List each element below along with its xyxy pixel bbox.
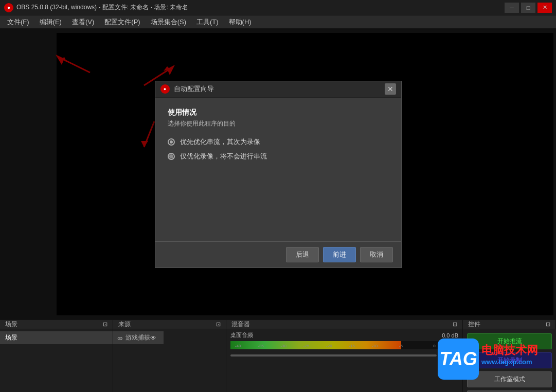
radio-stream-label: 优先优化串流，其次为录像: [180, 137, 260, 147]
tag-watermark: TAG 电脑技术网 www.tagxp.com: [438, 338, 556, 380]
mixer-header-icon[interactable]: ⊡: [453, 321, 457, 328]
menu-edit[interactable]: 编辑(E): [34, 16, 67, 28]
scene-item[interactable]: 场景: [0, 331, 113, 344]
next-button[interactable]: 前进: [323, 247, 356, 262]
mixer-channel-label: 桌面音频 0.0 dB: [230, 331, 458, 339]
dialog-body: 使用情况 选择你使用此程序的目的 优先优化串流，其次为录像 仅优化录像，将不会进…: [155, 98, 401, 241]
sources-list: ∞ 游戏捕获 👁: [113, 329, 164, 392]
menu-tools[interactable]: 工具(T): [191, 16, 224, 28]
svg-text:-10: -10: [372, 344, 378, 348]
volume-controls: 🔊 ⚙: [230, 351, 458, 360]
scenes-list: 场景: [0, 329, 113, 392]
maximize-button[interactable]: □: [521, 3, 535, 13]
dialog-overlay: ● 自动配置向导 ✕ 使用情况 选择你使用此程序的目的 优先优化串流，其次为录像: [0, 29, 556, 319]
controls-header-icon[interactable]: ⊡: [546, 321, 550, 328]
source-item[interactable]: ∞ 游戏捕获 👁: [113, 331, 164, 344]
radio-option-stream[interactable]: 优先优化串流，其次为录像: [168, 137, 389, 147]
minimize-button[interactable]: ─: [505, 3, 519, 13]
dialog-spacer: [168, 166, 389, 233]
mixer-content: 桌面音频 0.0 dB -40 -35 -30 -25 -20 -15 -10 …: [226, 329, 462, 392]
titlebar: ● OBS 25.0.8 (32-bit, windows) - 配置文件: 未…: [0, 0, 556, 15]
sources-panel-header: 来源 ⊡: [113, 320, 226, 329]
dialog-title: 自动配置向导: [174, 84, 385, 94]
sources-header-label: 来源: [118, 320, 131, 329]
tag-text-area: 电脑技术网 www.tagxp.com: [481, 343, 538, 366]
controls-panel-header: 控件 ⊡: [463, 320, 556, 329]
dialog-close-button[interactable]: ✕: [385, 83, 396, 95]
svg-text:-25: -25: [303, 344, 310, 348]
radio-record-label: 仅优化录像，将不会进行串流: [180, 152, 267, 161]
svg-text:-5: -5: [399, 344, 403, 348]
volume-bar: -40 -35 -30 -25 -20 -15 -10 -5 0: [230, 341, 458, 349]
menu-scene-collection[interactable]: 场景集合(S): [146, 16, 191, 28]
window-title: OBS 25.0.8 (32-bit, windows) - 配置文件: 未命名…: [16, 3, 505, 12]
eye-icon[interactable]: 👁: [150, 334, 156, 342]
sources-header-icon[interactable]: ⊡: [216, 321, 221, 328]
radio-stream-circle: [168, 138, 175, 146]
svg-text:-40: -40: [235, 344, 241, 348]
svg-text:0: 0: [433, 344, 436, 348]
radio-record-circle: [168, 153, 175, 160]
back-button[interactable]: 后退: [286, 247, 319, 262]
scenes-panel: 场景 + − ∧ ∨: [0, 329, 113, 392]
mixer-header-label: 混音器: [231, 320, 250, 329]
menu-help[interactable]: 帮助(H): [224, 16, 257, 28]
main-area: ● 自动配置向导 ✕ 使用情况 选择你使用此程序的目的 优先优化串流，其次为录像: [0, 29, 556, 319]
dialog-titlebar: ● 自动配置向导 ✕: [155, 81, 401, 98]
close-button[interactable]: ✕: [537, 3, 552, 13]
svg-text:-15: -15: [349, 344, 355, 348]
mixer-db-value: 0.0 dB: [442, 332, 458, 338]
radio-option-record[interactable]: 仅优化录像，将不会进行串流: [168, 152, 389, 161]
menu-view[interactable]: 查看(V): [67, 16, 99, 28]
menubar: 文件(F) 编辑(E) 查看(V) 配置文件(P) 场景集合(S) 工具(T) …: [0, 15, 556, 29]
svg-text:-20: -20: [326, 344, 332, 348]
tag-line1: 电脑技术网: [481, 343, 538, 358]
dialog-icon: ●: [160, 84, 170, 94]
tag-line2: www.tagxp.com: [481, 358, 538, 366]
svg-text:-30: -30: [280, 344, 286, 348]
auto-config-dialog: ● 自动配置向导 ✕ 使用情况 选择你使用此程序的目的 优先优化串流，其次为录像: [155, 81, 402, 268]
menu-profile[interactable]: 配置文件(P): [99, 16, 145, 28]
mixer-channel-name: 桌面音频: [230, 331, 253, 339]
window-controls: ─ □ ✕: [505, 3, 552, 13]
panel-headers: 场景 ⊡ 来源 ⊡ 混音器 ⊡ 控件 ⊡: [0, 320, 556, 329]
scenes-header-label: 场景: [5, 320, 17, 329]
menu-file[interactable]: 文件(F): [2, 16, 34, 28]
mixer-panel-header: 混音器 ⊡: [226, 320, 463, 329]
dialog-section-title: 使用情况: [168, 108, 389, 117]
controls-header-label: 控件: [468, 320, 480, 329]
app-icon: ●: [4, 3, 13, 12]
dialog-section-sub: 选择你使用此程序的目的: [168, 119, 389, 128]
cancel-button[interactable]: 取消: [360, 247, 393, 262]
scenes-header-icon[interactable]: ⊡: [103, 321, 107, 328]
link-icon: ∞: [117, 334, 122, 342]
sources-panel: ∞ 游戏捕获 👁 + − ⚙ ∧ ∨: [113, 329, 226, 392]
svg-text:-35: -35: [258, 344, 264, 348]
mixer-panel: 桌面音频 0.0 dB -40 -35 -30 -25 -20 -15 -10 …: [226, 329, 463, 392]
source-label: 游戏捕获: [125, 333, 150, 342]
tag-logo: TAG: [438, 338, 479, 380]
dialog-footer: 后退 前进 取消: [155, 241, 401, 268]
scenes-panel-header: 场景 ⊡: [0, 320, 113, 329]
tag-text: TAG: [439, 348, 477, 370]
volume-slider[interactable]: [230, 354, 437, 357]
volume-ticks: -40 -35 -30 -25 -20 -15 -10 -5 0: [230, 341, 458, 349]
